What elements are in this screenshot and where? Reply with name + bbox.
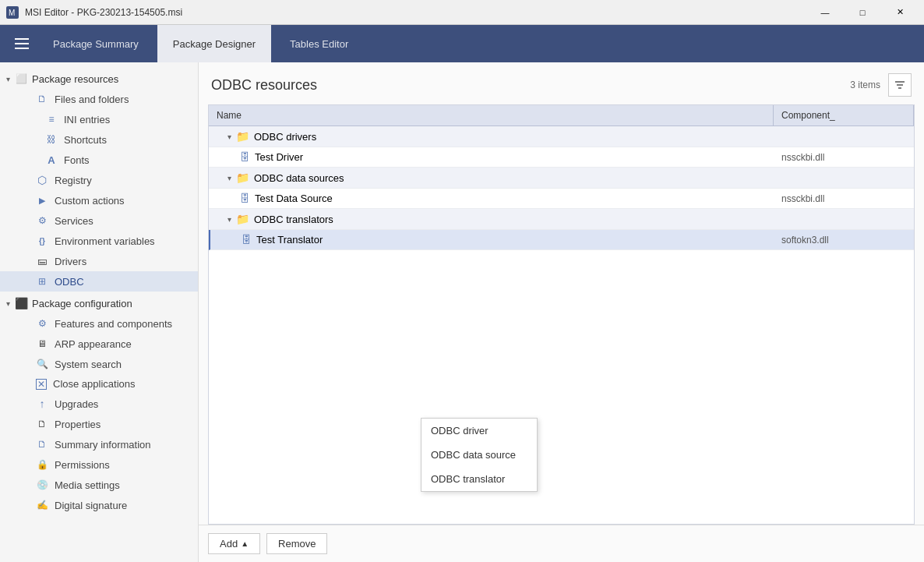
close-button[interactable]: ✕	[882, 0, 918, 25]
digital-signature-icon: ✍	[36, 499, 48, 511]
svg-text:M: M	[9, 9, 15, 17]
add-popup-menu: ODBC driver ODBC data source ODBC transl…	[421, 418, 538, 492]
table-body: 📁 ODBC drivers 🗄 Test Driver nssckbi.dll	[209, 126, 914, 250]
group-row-odbc-translators[interactable]: 📁 ODBC translators	[209, 209, 914, 230]
db-icon: 🗄	[240, 151, 250, 163]
sidebar-item-label: System search	[55, 359, 122, 370]
sidebar-item-media-settings[interactable]: 💿 Media settings	[0, 475, 198, 495]
titlebar: M MSI Editor - PKG-230213-154505.msi — □…	[0, 0, 924, 25]
remove-label: Remove	[278, 538, 316, 550]
table-header: Name Component_	[209, 105, 914, 126]
sidebar-item-label: Digital signature	[55, 500, 127, 511]
group-row-odbc-drivers[interactable]: 📁 ODBC drivers	[209, 126, 914, 147]
content-title: ODBC resources	[211, 77, 317, 94]
sidebar-group-label-package-resources: Package resources	[32, 73, 118, 85]
pkg-config-icon: ⬛	[15, 297, 27, 309]
group-chevron-odbc-data-sources	[227, 174, 231, 182]
upgrades-icon: ↑	[36, 398, 48, 410]
ini-entries-icon: ≡	[45, 113, 58, 125]
db-icon: 🗄	[240, 193, 250, 204]
menu-line	[15, 48, 29, 49]
sidebar-item-files-folders[interactable]: 🗋 Files and folders	[0, 89, 198, 109]
close-apps-icon: ✕	[36, 379, 47, 390]
sidebar-item-summary-information[interactable]: 🗋 Summary information	[0, 434, 198, 454]
group-chevron-odbc-translators	[227, 215, 231, 224]
sidebar-item-shortcuts[interactable]: ⛓ Shortcuts	[0, 129, 198, 150]
sidebar-item-odbc[interactable]: ⊞ ODBC	[0, 271, 198, 292]
app-icon: M	[6, 6, 19, 19]
sidebar-item-properties[interactable]: 🗋 Properties	[0, 414, 198, 434]
env-variables-icon: {}	[36, 235, 48, 247]
bottom-toolbar: Add ▲ Remove	[199, 525, 924, 562]
group-label-odbc-translators: ODBC translators	[254, 214, 333, 225]
sidebar-item-label: Shortcuts	[64, 134, 107, 146]
sidebar-item-registry[interactable]: ⬡ Registry	[0, 170, 198, 190]
summary-icon: 🗋	[36, 438, 48, 451]
minimize-button[interactable]: —	[807, 0, 843, 25]
remove-button[interactable]: Remove	[266, 533, 327, 554]
content-area: ODBC resources 3 items Name Component_	[199, 62, 924, 562]
sidebar-item-upgrades[interactable]: ↑ Upgrades	[0, 394, 198, 414]
filter-button[interactable]	[888, 73, 912, 97]
sidebar-item-close-applications[interactable]: ✕ Close applications	[0, 374, 198, 394]
media-settings-icon: 💿	[36, 479, 48, 491]
add-label: Add	[220, 538, 238, 550]
window-controls: — □ ✕	[807, 0, 918, 25]
table-row-test-driver[interactable]: 🗄 Test Driver nssckbi.dll	[209, 147, 914, 168]
sidebar-item-fonts[interactable]: A Fonts	[0, 150, 198, 170]
add-arrow-icon: ▲	[241, 539, 249, 548]
tab-package-designer[interactable]: Package Designer	[157, 25, 271, 62]
filter-icon	[894, 80, 905, 90]
popup-item-odbc-data-source[interactable]: ODBC data source	[421, 443, 537, 467]
row-component-test-translator: softokn3.dll	[774, 231, 914, 249]
arp-icon: 🖥	[36, 338, 48, 350]
table-row-test-data-source[interactable]: 🗄 Test Data Source nssckbi.dll	[209, 189, 914, 209]
chevron-icon	[6, 75, 10, 83]
popup-item-odbc-driver[interactable]: ODBC driver	[421, 419, 537, 443]
sidebar-item-label: INI entries	[64, 114, 110, 125]
content-header-right: 3 items	[850, 73, 912, 97]
group-row-odbc-data-sources[interactable]: 📁 ODBC data sources	[209, 168, 914, 189]
sidebar-item-label: Custom actions	[55, 195, 125, 207]
maximize-button[interactable]: □	[845, 0, 880, 25]
tab-tables-editor[interactable]: Tables Editor	[274, 25, 364, 62]
group-folder-icon: 📁	[236, 171, 249, 184]
sidebar-item-drivers[interactable]: 🖴 Drivers	[0, 251, 198, 271]
group-label-odbc-drivers: ODBC drivers	[254, 131, 316, 143]
row-name-test-data-source: Test Data Source	[255, 193, 333, 204]
sidebar-item-label: Features and components	[55, 318, 172, 330]
sidebar-item-label: ARP appearance	[55, 338, 132, 350]
menu-button[interactable]	[9, 31, 34, 56]
sidebar-group-header-package-configuration[interactable]: ⬛ Package configuration	[0, 293, 198, 313]
odbc-icon: ⊞	[36, 275, 48, 288]
main-layout: Package resources 🗋 Files and folders ≡ …	[0, 62, 924, 562]
tab-package-summary[interactable]: Package Summary	[37, 25, 154, 62]
sidebar-item-features-components[interactable]: ⚙ Features and components	[0, 313, 198, 334]
table-row-test-translator[interactable]: 🗄 Test Translator softokn3.dll	[209, 230, 914, 250]
menu-line	[15, 38, 29, 40]
row-name-test-translator: Test Translator	[256, 234, 323, 246]
chevron-icon	[6, 299, 10, 308]
properties-icon: 🗋	[36, 418, 48, 430]
popup-item-odbc-translator[interactable]: ODBC translator	[421, 467, 537, 491]
sidebar-item-ini-entries[interactable]: ≡ INI entries	[0, 109, 198, 129]
sidebar-item-arp-appearance[interactable]: 🖥 ARP appearance	[0, 334, 198, 354]
row-component-test-data-source: nssckbi.dll	[774, 189, 914, 208]
sidebar-item-digital-signature[interactable]: ✍ Digital signature	[0, 495, 198, 515]
sidebar-item-permissions[interactable]: 🔒 Permissions	[0, 454, 198, 475]
fonts-icon: A	[45, 154, 58, 166]
sidebar-group-label-package-configuration: Package configuration	[32, 298, 132, 309]
item-count: 3 items	[850, 80, 880, 90]
sidebar-item-custom-actions[interactable]: ▶ Custom actions	[0, 190, 198, 210]
sidebar-group-header-package-resources[interactable]: Package resources	[0, 69, 198, 89]
sidebar-item-services[interactable]: ⚙ Services	[0, 210, 198, 231]
sidebar-item-label: Environment variables	[55, 235, 155, 247]
sidebar-item-label: Permissions	[55, 459, 110, 471]
add-button[interactable]: Add ▲	[208, 533, 260, 554]
sidebar-item-environment-variables[interactable]: {} Environment variables	[0, 231, 198, 251]
services-icon: ⚙	[36, 214, 48, 227]
sidebar-item-system-search[interactable]: 🔍 System search	[0, 354, 198, 374]
menu-line	[15, 43, 29, 44]
folder-icon	[15, 72, 27, 85]
row-name-test-driver: Test Driver	[255, 151, 303, 163]
